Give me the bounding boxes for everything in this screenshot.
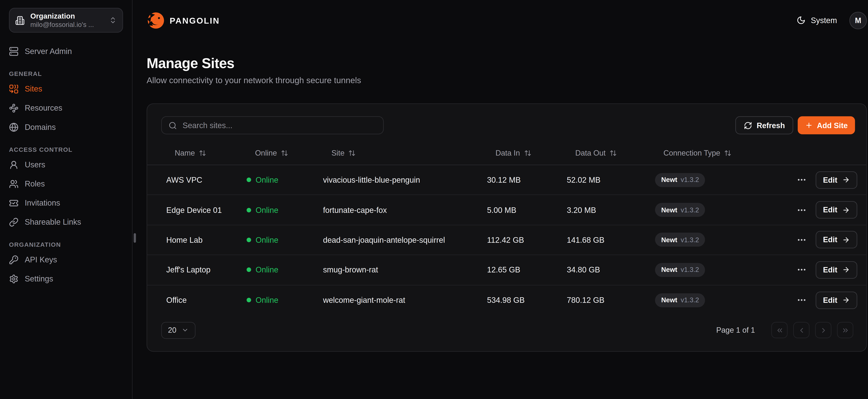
page-status: Page 1 of 1 <box>716 326 755 335</box>
first-page-button[interactable] <box>771 322 787 339</box>
name-cell: Office <box>166 296 247 305</box>
sidebar-item-shareable-links[interactable]: Shareable Links <box>9 212 123 232</box>
org-switcher-title: Organization <box>30 11 103 21</box>
topbar-right: System M <box>797 11 867 29</box>
toolbar-buttons: Refresh Add Site <box>735 116 855 134</box>
data-out-cell: 52.02 MB <box>567 175 655 184</box>
row-menu-button[interactable] <box>797 175 807 185</box>
avatar-initial: M <box>855 16 861 25</box>
column-header-online[interactable]: Online <box>247 149 323 157</box>
table-row: Jeff's Laptop Online smug-brown-rat 12.6… <box>147 255 866 285</box>
sidebar-section-organization: ORGANIZATION <box>9 241 123 248</box>
connection-type-cell: Newtv1.3.2 <box>655 203 797 217</box>
actions-cell: Edit <box>797 291 868 309</box>
chevron-down-icon <box>181 327 189 334</box>
ellipsis-icon <box>797 235 807 245</box>
sidebar-section-general: GENERAL <box>9 70 123 77</box>
connection-type-cell: Newtv1.3.2 <box>655 263 797 277</box>
actions-cell: Edit <box>797 231 868 249</box>
online-dot <box>247 268 251 272</box>
sidebar-item-users[interactable]: Users <box>9 155 123 174</box>
link-icon <box>9 217 19 227</box>
online-label: Online <box>255 266 278 275</box>
sidebar-item-label: Settings <box>25 274 53 283</box>
ellipsis-icon <box>797 265 807 275</box>
row-menu-button[interactable] <box>797 295 807 305</box>
theme-toggle-label: System <box>811 16 837 25</box>
search-box[interactable] <box>161 116 384 134</box>
ticket-check-icon <box>9 198 19 208</box>
sidebar-item-invitations[interactable]: Invitations <box>9 193 123 212</box>
edit-button[interactable]: Edit <box>816 231 857 249</box>
page-title: Manage Sites <box>147 55 867 71</box>
data-in-cell: 12.65 GB <box>487 266 567 275</box>
name-cell: AWS VPC <box>166 175 247 184</box>
table-row: AWS VPC Online vivacious-little-blue-pen… <box>147 165 866 195</box>
column-header-data-out[interactable]: Data Out <box>567 149 655 157</box>
row-menu-button[interactable] <box>797 265 807 275</box>
sidebar-item-api-keys[interactable]: API Keys <box>9 250 123 269</box>
page-size-select[interactable]: 20 <box>161 322 195 339</box>
online-status-cell: Online <box>247 266 323 275</box>
sidebar-scrollbar-thumb[interactable] <box>134 233 135 243</box>
edit-button[interactable]: Edit <box>816 291 857 309</box>
table-row: Home Lab Online dead-san-joaquin-antelop… <box>147 225 866 255</box>
pagination-controls: Page 1 of 1 <box>716 322 854 339</box>
org-switcher-subtitle: milo@fossorial.io's ... <box>30 21 103 29</box>
prev-page-button[interactable] <box>793 322 809 339</box>
edit-button[interactable]: Edit <box>816 171 857 189</box>
search-icon <box>168 121 177 129</box>
column-header-data-in[interactable]: Data In <box>487 149 567 157</box>
topbar: PANGOLIN System M <box>133 0 868 40</box>
sidebar-item-label: Sites <box>25 84 42 93</box>
row-menu-button[interactable] <box>797 205 807 215</box>
theme-toggle-button[interactable]: System <box>797 16 837 25</box>
next-page-button[interactable] <box>815 322 831 339</box>
actions-cell: Edit <box>797 261 868 278</box>
online-dot <box>247 238 251 242</box>
gear-icon <box>9 274 19 283</box>
site-cell: fortunate-cape-fox <box>323 206 487 214</box>
data-in-cell: 534.98 GB <box>487 296 567 305</box>
add-site-button[interactable]: Add Site <box>798 116 855 134</box>
table-footer: 20 Page 1 of 1 <box>147 322 866 339</box>
connection-type-cell: Newtv1.3.2 <box>655 293 797 307</box>
refresh-button[interactable]: Refresh <box>735 116 793 134</box>
online-dot <box>247 208 251 212</box>
online-label: Online <box>255 206 278 214</box>
avatar[interactable]: M <box>849 11 867 29</box>
column-header-connection-type[interactable]: Connection Type <box>655 149 797 157</box>
table-row: Office Online welcome-giant-mole-rat 534… <box>147 285 866 315</box>
sidebar-item-domains[interactable]: Domains <box>9 117 123 136</box>
org-switcher-text: Organization milo@fossorial.io's ... <box>30 11 103 29</box>
sidebar-item-sites[interactable]: Sites <box>9 79 123 98</box>
row-menu-button[interactable] <box>797 235 807 245</box>
edit-button[interactable]: Edit <box>816 261 857 278</box>
sidebar-item-label: Invitations <box>25 198 60 207</box>
table-row: Edge Device 01 Online fortunate-cape-fox… <box>147 195 866 225</box>
sort-icon <box>281 149 288 156</box>
sites-table: Name Online Site Data In Data Out Connec… <box>147 141 866 315</box>
brand-name: PANGOLIN <box>169 16 220 25</box>
column-header-site[interactable]: Site <box>323 149 487 157</box>
site-cell: welcome-giant-mole-rat <box>323 296 487 305</box>
sidebar-item-server-admin[interactable]: Server Admin <box>9 41 123 61</box>
org-switcher[interactable]: Organization milo@fossorial.io's ... <box>9 8 123 32</box>
last-page-button[interactable] <box>837 322 854 339</box>
connection-badge: Newtv1.3.2 <box>655 263 705 277</box>
pangolin-logo[interactable]: PANGOLIN <box>147 11 220 30</box>
online-label: Online <box>255 296 278 305</box>
sidebar-item-roles[interactable]: Roles <box>9 174 123 193</box>
connection-badge: Newtv1.3.2 <box>655 203 705 217</box>
chevrons-right-icon <box>841 327 849 334</box>
column-header-name[interactable]: Name <box>166 149 247 157</box>
edit-button[interactable]: Edit <box>816 201 857 219</box>
sidebar-item-resources[interactable]: Resources <box>9 98 123 117</box>
plus-icon <box>805 121 813 129</box>
sort-icon <box>524 149 531 156</box>
arrow-right-icon <box>842 236 849 244</box>
arrow-right-icon <box>842 266 849 274</box>
sidebar-item-label: Roles <box>25 179 45 188</box>
sidebar-item-settings[interactable]: Settings <box>9 269 123 288</box>
search-input[interactable] <box>183 121 376 130</box>
